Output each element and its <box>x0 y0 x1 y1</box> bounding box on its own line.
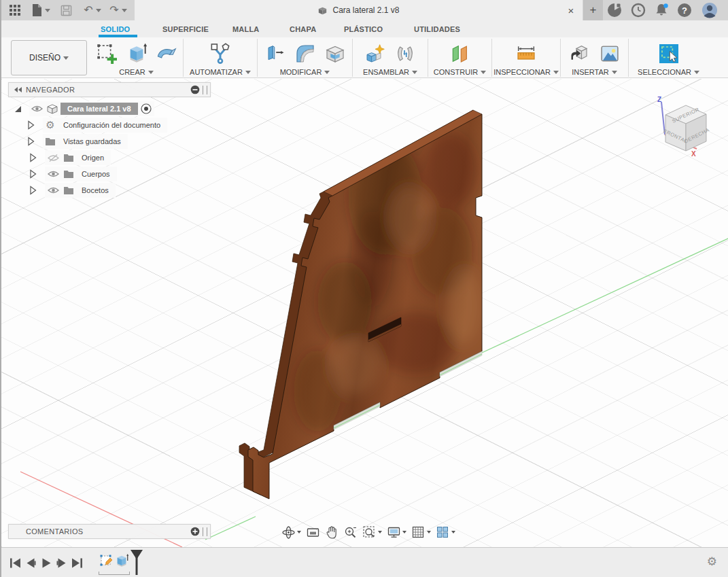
orbit-icon <box>281 525 296 540</box>
timeline-bar: ⚙ <box>1 547 728 577</box>
redo-icon: ↷ <box>109 5 118 16</box>
activate-radio-icon[interactable] <box>138 103 154 114</box>
new-component-button[interactable] <box>363 41 387 66</box>
tab-chapa[interactable]: CHAPA <box>290 20 316 37</box>
redo-button[interactable]: ↷ <box>107 2 130 18</box>
save-button[interactable] <box>59 2 73 18</box>
file-menu-button[interactable] <box>30 2 52 18</box>
ensamblar-label: ENSAMBLAR <box>363 68 409 76</box>
comments-header[interactable]: COMENTARIOS <box>8 524 211 539</box>
document-tab[interactable]: Cara lateral 2.1 v8 × <box>135 0 583 20</box>
timeline-group-bracket <box>99 572 130 575</box>
extrude-button[interactable] <box>124 41 149 66</box>
timeline-play-button[interactable] <box>39 556 53 570</box>
expand-closed-icon[interactable] <box>29 186 37 195</box>
seleccionar-dropdown[interactable]: SELECCIONAR <box>638 68 699 76</box>
display-settings-button[interactable] <box>385 524 408 541</box>
timeline-step-back-button[interactable] <box>24 556 37 570</box>
help-button[interactable]: ? <box>677 3 692 18</box>
pan-button[interactable] <box>324 524 340 541</box>
navigator-item-root[interactable]: Cara lateral 2.1 v8 <box>14 101 154 116</box>
press-pull-button[interactable] <box>263 41 288 66</box>
expand-closed-icon[interactable] <box>27 120 35 130</box>
modificar-dropdown[interactable]: MODIFICAR <box>280 68 330 76</box>
viewport-3d[interactable]: SUPERIOR FRONTAL DERECHA Z X <box>1 79 728 547</box>
grid-settings-button[interactable] <box>410 524 432 541</box>
navigator-item-doc-settings[interactable]: ⚙ Configuración del documento <box>27 118 167 133</box>
undo-icon: ↶ <box>84 5 92 16</box>
expand-closed-icon[interactable] <box>29 169 37 179</box>
construction-plane-button[interactable] <box>448 41 472 66</box>
zoom-button[interactable] <box>342 524 359 541</box>
timeline-go-end-button[interactable] <box>70 556 84 570</box>
measure-button[interactable] <box>514 41 538 66</box>
tab-plastico[interactable]: PLÁSTICO <box>344 20 383 37</box>
navigator-item-origen[interactable]: Origen <box>29 150 111 165</box>
timeline-settings-button[interactable]: ⚙ <box>707 555 717 569</box>
close-tab-icon[interactable]: × <box>565 4 577 16</box>
timeline-go-start-button[interactable] <box>8 556 22 570</box>
crear-label: CREAR <box>119 68 145 76</box>
navigator-header[interactable]: NAVEGADOR <box>8 82 211 97</box>
app-grid-button[interactable] <box>7 2 23 18</box>
automate-button[interactable] <box>208 41 232 66</box>
timeline-step-forward-button[interactable] <box>54 556 68 570</box>
undo-button[interactable]: ↶ <box>81 2 104 18</box>
group-ensamblar: ENSAMBLAR <box>353 39 428 77</box>
tab-utilidades[interactable]: UTILIDADES <box>414 20 460 37</box>
tab-superficie[interactable]: SUPERFICIE <box>162 20 209 37</box>
ensamblar-dropdown[interactable]: ENSAMBLAR <box>363 68 417 76</box>
viewports-caret <box>451 531 455 534</box>
shell-button[interactable] <box>323 41 347 66</box>
toolbar: DISEÑO <box>1 37 728 78</box>
notifications-button[interactable] <box>654 3 669 18</box>
step-forward-icon <box>56 558 67 568</box>
job-status-button[interactable] <box>631 3 646 18</box>
panel-drag-grip[interactable] <box>203 86 207 94</box>
navigator-item-bocetos[interactable]: Bocetos <box>29 183 116 198</box>
construction-plane-icon <box>449 43 471 65</box>
zoom-window-button[interactable] <box>361 524 383 541</box>
grid-settings-icon <box>411 525 426 540</box>
design-workspace-button[interactable]: DISEÑO <box>11 40 87 75</box>
visibility-on-icon[interactable] <box>45 170 61 178</box>
navigator-item-cuerpos[interactable]: Cuerpos <box>29 167 117 181</box>
inspeccionar-dropdown[interactable]: INSPECCIONAR <box>493 68 559 76</box>
seleccionar-label: SELECCIONAR <box>638 68 691 76</box>
panel-drag-grip[interactable] <box>203 527 207 536</box>
tab-malla[interactable]: MALLA <box>232 20 260 37</box>
timeline-sketch-feature[interactable] <box>99 553 114 569</box>
navigator-item-saved-views[interactable]: Vistas guardadas <box>27 134 128 149</box>
add-comment-icon[interactable] <box>190 527 200 536</box>
fusion-window: SUPERIOR FRONTAL DERECHA Z X <box>0 0 728 577</box>
timeline-playhead[interactable] <box>129 549 145 576</box>
collapse-panel-icon[interactable] <box>14 87 22 92</box>
extensions-button[interactable] <box>607 3 622 18</box>
look-at-button[interactable] <box>305 524 322 541</box>
visibility-on-icon[interactable] <box>45 186 61 194</box>
automatizar-dropdown[interactable]: AUTOMATIZAR <box>190 68 251 76</box>
insertar-dropdown[interactable]: INSERTAR <box>572 68 617 76</box>
expand-closed-icon[interactable] <box>27 137 35 146</box>
viewports-button[interactable] <box>434 524 457 541</box>
new-tab-button[interactable]: + <box>583 0 603 20</box>
joint-button[interactable] <box>393 41 417 66</box>
navigator-root-label[interactable]: Cara lateral 2.1 v8 <box>60 103 138 115</box>
panel-options-icon[interactable] <box>190 85 200 94</box>
expand-closed-icon[interactable] <box>29 153 37 162</box>
create-sketch-button[interactable] <box>94 41 119 66</box>
insert-derive-button[interactable] <box>568 41 592 66</box>
visibility-off-icon[interactable] <box>45 154 61 162</box>
crear-dropdown[interactable]: CREAR <box>119 68 154 76</box>
viewcube[interactable]: SUPERIOR FRONTAL DERECHA Z X <box>657 96 710 158</box>
insert-image-button[interactable] <box>597 41 622 66</box>
expand-open-icon[interactable] <box>14 105 22 113</box>
select-button[interactable] <box>657 41 681 66</box>
visibility-on-icon[interactable] <box>29 105 44 113</box>
construir-dropdown[interactable]: CONSTRUIR <box>434 68 486 76</box>
avatar[interactable] <box>701 2 716 17</box>
fillet-button[interactable] <box>293 41 317 66</box>
orbit-button[interactable] <box>280 524 302 541</box>
timeline-extrude-feature[interactable] <box>114 553 129 569</box>
revolve-button[interactable] <box>154 41 179 66</box>
